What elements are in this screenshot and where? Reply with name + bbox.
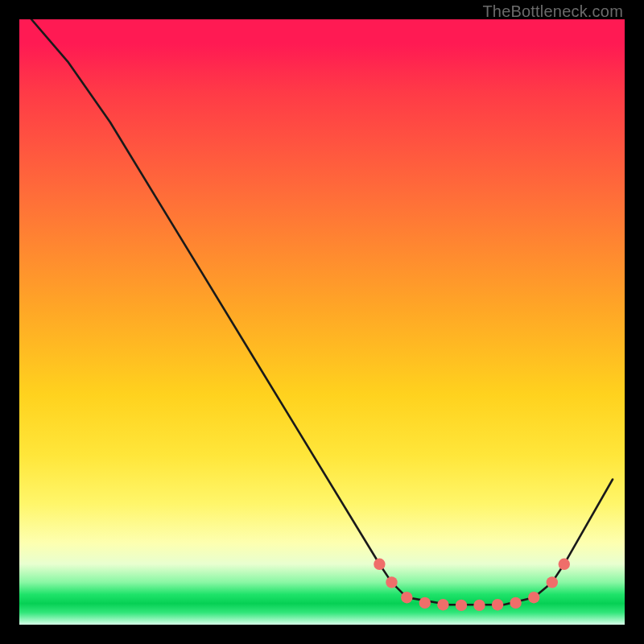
data-marker (437, 599, 448, 610)
data-marker (547, 576, 558, 588)
data-marker (473, 600, 485, 611)
plot-area (19, 19, 625, 625)
data-marker (559, 559, 570, 570)
chart-frame: TheBottleneck.com (0, 0, 644, 644)
data-marker (510, 597, 521, 609)
data-marker (492, 599, 503, 610)
data-marker (528, 592, 539, 603)
data-marker (419, 597, 431, 609)
data-marker (374, 559, 385, 570)
data-marker (401, 592, 412, 603)
data-marker (386, 576, 397, 588)
bottleneck-curve (19, 19, 625, 625)
attribution-label: TheBottleneck.com (482, 2, 623, 21)
data-marker (456, 600, 467, 611)
